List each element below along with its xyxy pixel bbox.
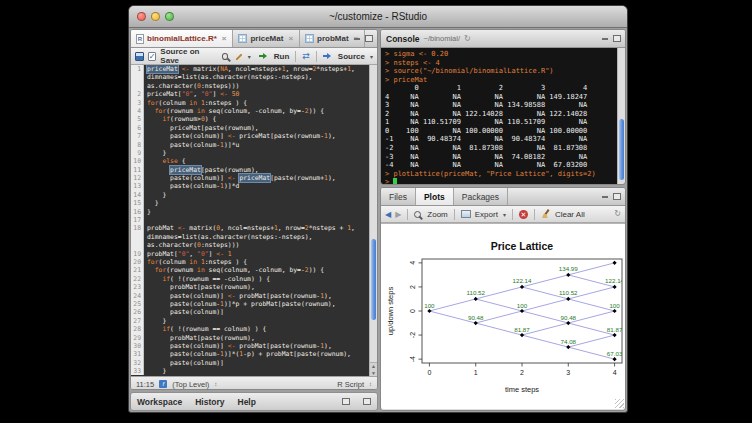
clear-all-icon[interactable] (541, 209, 551, 219)
tab-history[interactable]: History (195, 397, 224, 407)
code-line: 22 if( !(rownum == -colnum) ) { (131, 275, 377, 283)
code-line: 17 (131, 216, 377, 224)
console-line: -2 NA NA 81.87308 NA 81.87308 (385, 144, 621, 153)
code-line: 5 if(rownum>0) { (131, 115, 377, 123)
export-button[interactable]: Export (475, 210, 498, 219)
svg-text:110.52: 110.52 (466, 289, 485, 296)
previous-plot-icon[interactable]: ◀ (385, 210, 391, 219)
editor-scrollbar[interactable]: ▲▼ (369, 65, 377, 376)
svg-text:100: 100 (424, 302, 435, 309)
price-lattice-plot: Price Lattice100110.5290.48122.1410081.8… (381, 224, 625, 410)
scrollbar-arrows-icon[interactable]: ▲▼ (370, 362, 377, 376)
close-tab-icon[interactable]: × (288, 34, 293, 43)
close-button[interactable] (137, 12, 146, 21)
refresh-plots-icon[interactable]: ↻ (614, 210, 621, 218)
source-icon[interactable] (323, 53, 334, 59)
code-line: 3for(colnum in 1:nsteps ) { (131, 99, 377, 107)
tab-help[interactable]: Help (238, 397, 256, 407)
source-button[interactable]: Source (338, 52, 365, 61)
find-icon[interactable] (222, 53, 229, 60)
chevron-down-icon[interactable]: ▾ (370, 53, 373, 60)
rerun-icon[interactable]: ⇄ (302, 52, 310, 61)
code-line: 9 } (131, 149, 377, 157)
code-line: 6 priceMat[paste(rownum), (131, 124, 377, 132)
title-bar[interactable]: ~/customize - RStudio (129, 6, 627, 28)
run-button[interactable]: Run (274, 52, 290, 61)
minimize-pane-icon[interactable] (601, 34, 609, 42)
tab-pricemat[interactable]: priceMat × (233, 30, 300, 47)
chevron-down-icon[interactable]: ▾ (503, 211, 506, 218)
console-cursor (393, 178, 397, 185)
remove-plot-icon[interactable]: ✕ (519, 210, 528, 219)
svg-text:100: 100 (517, 302, 528, 309)
tab-binomiallattice[interactable]: R binomialLattice.R* × (131, 30, 233, 47)
editor-statusbar: 11:15 f (Top Level) ↕ R Script ↕ (131, 376, 377, 390)
tab-plots[interactable]: Plots (416, 188, 454, 205)
maximize-pane-icon[interactable] (613, 35, 621, 42)
code-line: 8 paste(colnum-1)]*u (131, 141, 377, 149)
resize-grip[interactable] (615, 399, 624, 408)
tab-label: binomialLattice.R* (147, 34, 217, 43)
maximize-pane-icon[interactable] (365, 35, 373, 42)
restore-pane-icon[interactable] (342, 398, 350, 405)
svg-text:-4: -4 (409, 356, 416, 362)
goto-directory-icon[interactable]: ↻ (464, 35, 471, 43)
code-line: 23 probMat[paste(rownum), (131, 283, 377, 291)
minimize-button[interactable] (151, 12, 160, 21)
console-line: -4 NA NA NA NA 67.03200 (385, 161, 621, 170)
maximize-pane-icon[interactable] (363, 398, 371, 405)
plots-pane: Files Plots Packages ◀ ▶ Zoom Export ▾ ✕… (380, 187, 626, 411)
code-line: 30 paste(colnum)] <- probMat[paste(rownu… (131, 342, 377, 350)
console-body[interactable]: > sigma <- 0.20> nsteps <- 4> source("~/… (381, 48, 625, 185)
code-line: 7 paste(colnum)] <- priceMat[paste(rownu… (131, 132, 377, 140)
export-icon[interactable] (461, 210, 471, 218)
tab-packages[interactable]: Packages (454, 188, 508, 205)
source-on-save-checkbox[interactable]: ✓ (148, 52, 157, 61)
console-title: Console (386, 34, 420, 44)
plots-toolbar: ◀ ▶ Zoom Export ▾ ✕ Clear All ↻ (381, 206, 625, 223)
maximize-pane-icon[interactable] (613, 193, 621, 200)
code-line: as.character(0:nsteps))) (131, 241, 377, 249)
window-controls (137, 12, 174, 21)
svg-text:2: 2 (520, 369, 524, 376)
code-line: 32 paste(colnum)] (131, 359, 377, 367)
minimize-pane-icon[interactable] (601, 192, 609, 200)
console-scrollbar[interactable] (617, 48, 625, 185)
run-icon[interactable] (259, 53, 270, 59)
console-line: -3 NA NA NA 74.08182 NA (385, 153, 621, 162)
console-line: > (385, 178, 621, 185)
source-on-save-label: Source on Save (160, 47, 217, 65)
code-line: 33 } (131, 367, 377, 375)
tab-files[interactable]: Files (381, 188, 416, 205)
close-tab-icon[interactable]: × (222, 34, 227, 43)
code-line: 28 if( !(rownum == colnum) ) { (131, 325, 377, 333)
updown-chevron-icon: ↕ (369, 381, 372, 387)
working-directory: ~/binomial/ (424, 34, 460, 43)
cursor-position: 11:15 (136, 380, 154, 389)
code-tools-icon[interactable] (234, 52, 243, 61)
x-axis-label: time steps (505, 385, 539, 394)
code-line: 25 paste(colnum-1)]*p + probMat[paste(ro… (131, 300, 377, 308)
code-line: 21 for(rownum in seq(colnum, -colnum, by… (131, 266, 377, 274)
code-line: 18probMat <- matrix(0, ncol=nsteps+1, nr… (131, 224, 377, 232)
code-line: 14 } (131, 191, 377, 199)
clear-all-button[interactable]: Clear All (555, 210, 585, 219)
data-grid-icon (238, 34, 247, 43)
zoom-button[interactable]: Zoom (427, 210, 447, 219)
tab-label: priceMat (250, 34, 283, 43)
code-editor[interactable]: 1priceMat <- matrix(NA, ncol=nsteps+1, n… (131, 65, 377, 376)
code-line: 27 } (131, 317, 377, 325)
zoom-button[interactable] (165, 12, 174, 21)
console-line: 3 NA NA NA 134.98588 NA (385, 101, 621, 110)
file-type-selector[interactable]: R Script (337, 380, 364, 389)
tab-workspace[interactable]: Workspace (137, 397, 182, 407)
code-line: 16} (131, 208, 377, 216)
scope-selector[interactable]: (Top Level) (172, 380, 209, 389)
minimize-pane-icon[interactable] (353, 34, 361, 42)
function-scope-icon: f (159, 380, 167, 388)
save-icon[interactable] (135, 52, 144, 61)
source-tabbar: R binomialLattice.R* × priceMat × probMa… (131, 30, 377, 48)
next-plot-icon[interactable]: ▶ (395, 210, 401, 219)
zoom-icon[interactable] (414, 211, 421, 218)
svg-text:100: 100 (609, 302, 620, 309)
